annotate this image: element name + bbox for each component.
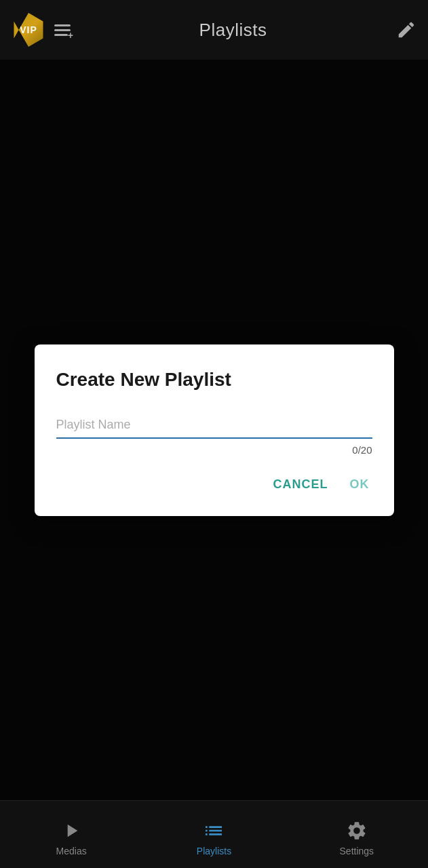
nav-item-settings[interactable]: Settings [286, 813, 428, 856]
add-playlist-button[interactable] [54, 24, 71, 36]
page-title: Playlists [199, 20, 267, 41]
cancel-button[interactable]: CANCEL [271, 472, 331, 497]
nav-label-settings: Settings [340, 846, 374, 856]
vip-hexagon: VIP [12, 13, 45, 47]
dialog-overlay: Create New Playlist 0/20 CANCEL OK [0, 60, 428, 800]
header: VIP Playlists [0, 0, 428, 60]
create-playlist-dialog: Create New Playlist 0/20 CANCEL OK [35, 344, 394, 516]
settings-icon [346, 820, 368, 842]
medias-icon [60, 820, 82, 842]
char-count: 0/20 [56, 444, 372, 456]
menu-line-1 [54, 24, 71, 26]
dialog-actions: CANCEL OK [56, 472, 372, 497]
nav-item-playlists[interactable]: Playlists [142, 813, 285, 856]
nav-label-playlists: Playlists [197, 846, 231, 856]
playlist-name-input[interactable] [56, 412, 372, 439]
ok-button[interactable]: OK [347, 472, 372, 497]
nav-item-medias[interactable]: Medias [0, 813, 142, 856]
nav-label-medias: Medias [56, 846, 87, 856]
bottom-nav: Medias Playlists Settings [0, 800, 428, 868]
edit-button[interactable] [395, 19, 417, 41]
vip-badge: VIP [11, 12, 46, 47]
main-content: Create New Playlist 0/20 CANCEL OK [0, 60, 428, 800]
menu-line-plus [54, 34, 68, 36]
dialog-title: Create New Playlist [56, 369, 372, 391]
input-wrapper [56, 412, 372, 439]
header-left: VIP [11, 12, 71, 47]
playlists-icon [203, 820, 225, 842]
